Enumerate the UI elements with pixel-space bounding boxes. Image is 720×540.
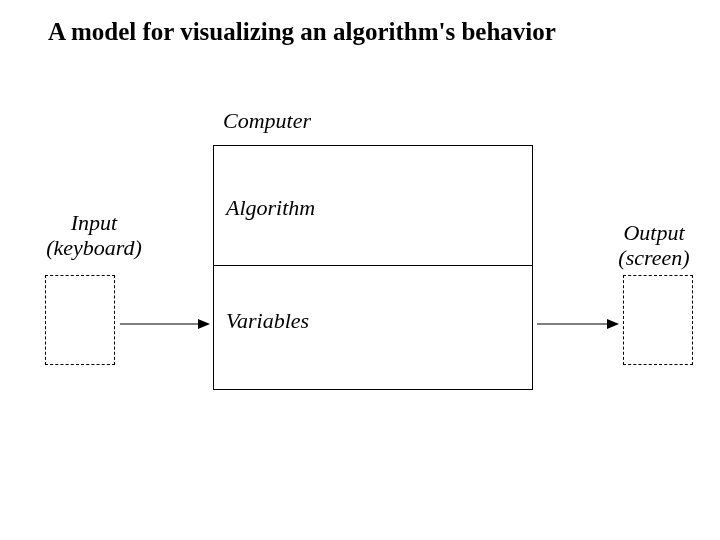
output-label: Output (screen): [594, 220, 714, 271]
variables-label: Variables: [226, 308, 309, 334]
page-title: A model for visualizing an algorithm's b…: [48, 18, 556, 46]
diagram-stage: A model for visualizing an algorithm's b…: [0, 0, 720, 540]
computer-label: Computer: [223, 108, 311, 134]
algorithm-underline: [213, 265, 533, 266]
svg-marker-3: [607, 319, 619, 329]
output-label-line1: Output: [623, 220, 684, 245]
arrow-input-icon: [120, 317, 210, 331]
input-label-line1: Input: [71, 210, 117, 235]
svg-marker-1: [198, 319, 210, 329]
output-box: [623, 275, 693, 365]
arrow-output-icon: [537, 317, 619, 331]
input-box: [45, 275, 115, 365]
input-label: Input (keyboard): [24, 210, 164, 261]
input-label-line2: (keyboard): [46, 235, 142, 260]
computer-box: [213, 145, 533, 390]
output-label-line2: (screen): [618, 245, 689, 270]
algorithm-label: Algorithm: [226, 195, 315, 221]
